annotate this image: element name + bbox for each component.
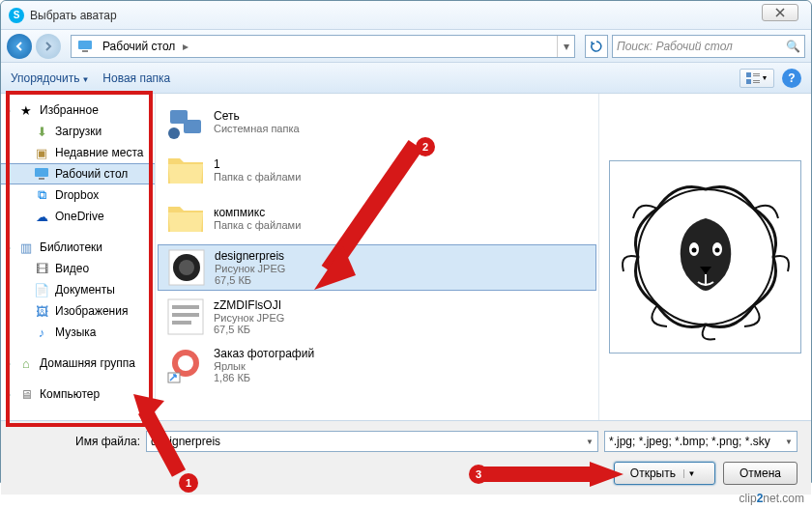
- file-item-designerpreis[interactable]: designerpreisРисунок JPEG67,5 КБ: [158, 244, 596, 291]
- svg-rect-3: [753, 73, 760, 74]
- preview-image: [609, 160, 801, 353]
- arrow-left-icon: [14, 41, 25, 52]
- filetype-filter[interactable]: *.jpg; *.jpeg; *.bmp; *.png; *.sky▼: [604, 431, 798, 452]
- svg-rect-9: [39, 178, 44, 180]
- sidebar-recent[interactable]: ▣Недавние места: [1, 142, 155, 163]
- window-close-button[interactable]: [762, 4, 798, 21]
- list-view-icon: [746, 72, 760, 84]
- onedrive-icon: ☁: [34, 209, 49, 224]
- file-item-folder-kompmix[interactable]: компмиксПапка с файлами: [158, 196, 596, 240]
- svg-rect-17: [172, 305, 199, 309]
- sidebar: ▸★Избранное ⬇Загрузки ▣Недавние места Ра…: [1, 94, 156, 420]
- svg-rect-1: [82, 50, 88, 52]
- file-item-photo-order[interactable]: Заказ фотографийЯрлык1,86 КБ: [158, 343, 596, 387]
- window-title: Выбрать аватар: [30, 9, 117, 22]
- sidebar-computer[interactable]: ▸🖥Компьютер: [1, 383, 155, 405]
- organize-menu[interactable]: Упорядочить▼: [11, 71, 89, 85]
- svg-rect-2: [746, 72, 751, 77]
- download-icon: ⬇: [34, 124, 49, 139]
- svg-rect-6: [753, 80, 760, 81]
- svg-rect-11: [184, 120, 201, 133]
- recent-icon: ▣: [34, 145, 49, 160]
- back-button[interactable]: [7, 34, 32, 59]
- open-split-dropdown[interactable]: ▼: [683, 469, 699, 478]
- svg-rect-8: [35, 168, 48, 177]
- search-icon: 🔍: [786, 40, 800, 53]
- toolbar: Упорядочить▼ Новая папка ▼ ?: [1, 63, 811, 94]
- breadcrumb-location[interactable]: Рабочий стол: [99, 40, 179, 53]
- annotation-number-3: 3: [469, 465, 488, 484]
- file-item-zzmdiflsoji[interactable]: zZMDIFlsOJIРисунок JPEG67,5 КБ: [158, 295, 596, 339]
- svg-point-27: [714, 248, 719, 253]
- computer-icon: 🖥: [18, 386, 34, 402]
- shortcut-icon: [165, 345, 206, 385]
- jpeg-thumb-icon: [166, 247, 207, 288]
- desktop-icon: [34, 166, 49, 182]
- sidebar-favorites[interactable]: ▸★Избранное: [1, 99, 155, 121]
- view-switcher[interactable]: ▼: [740, 69, 774, 88]
- sidebar-documents[interactable]: 📄Документы: [1, 279, 155, 300]
- network-icon: [165, 101, 206, 142]
- desktop-icon: [75, 37, 95, 56]
- svg-rect-19: [172, 321, 191, 325]
- svg-point-15: [179, 260, 194, 275]
- svg-point-21: [178, 355, 193, 371]
- sidebar-onedrive[interactable]: ☁OneDrive: [1, 206, 155, 227]
- refresh-button[interactable]: [585, 35, 608, 58]
- sidebar-music[interactable]: ♪Музыка: [1, 322, 155, 343]
- navigation-bar: Рабочий стол ▸ ▾ Поиск: Рабочий стол 🔍: [1, 30, 811, 63]
- new-folder-button[interactable]: Новая папка: [102, 71, 170, 85]
- arrow-right-icon: [43, 41, 54, 52]
- forward-button[interactable]: [36, 34, 61, 59]
- svg-rect-18: [172, 313, 199, 317]
- help-button[interactable]: ?: [782, 69, 801, 88]
- music-icon: ♪: [34, 325, 49, 340]
- sidebar-desktop[interactable]: Рабочий стол: [1, 163, 155, 184]
- file-list: СетьСистемная папка 1Папка с файлами ком…: [156, 94, 598, 420]
- video-icon: 🎞: [34, 261, 49, 276]
- sidebar-video[interactable]: 🎞Видео: [1, 258, 155, 279]
- sidebar-downloads[interactable]: ⬇Загрузки: [1, 121, 155, 142]
- annotation-number-1: 1: [179, 473, 198, 493]
- filename-label: Имя файла:: [14, 435, 140, 448]
- homegroup-icon: ⌂: [18, 355, 34, 371]
- filename-input[interactable]: designerpreis▼: [146, 431, 598, 452]
- titlebar: S Выбрать аватар: [1, 1, 811, 30]
- sidebar-libraries[interactable]: ▸▥Библиотеки: [1, 237, 155, 258]
- close-icon: [775, 8, 785, 17]
- preview-pane: [598, 94, 811, 420]
- lion-preview-icon: [614, 165, 798, 349]
- jpeg-thumb-icon: [165, 297, 206, 337]
- file-item-network[interactable]: СетьСистемная папка: [158, 99, 596, 144]
- svg-point-12: [168, 127, 180, 139]
- svg-rect-4: [753, 75, 760, 76]
- library-icon: ▥: [18, 240, 34, 255]
- file-item-folder-1[interactable]: 1Папка с файлами: [158, 148, 596, 192]
- document-icon: 📄: [34, 282, 49, 297]
- bottom-panel: Имя файла: designerpreis▼ *.jpg; *.jpeg;…: [1, 420, 811, 495]
- cancel-button[interactable]: Отмена: [723, 462, 798, 485]
- sidebar-dropbox[interactable]: ⧉Dropbox: [1, 184, 155, 206]
- watermark: clip2net.com: [740, 491, 804, 505]
- svg-point-26: [691, 248, 696, 253]
- folder-icon: [165, 198, 206, 239]
- search-placeholder: Поиск: Рабочий стол: [617, 40, 733, 53]
- annotation-number-2: 2: [416, 137, 435, 156]
- breadcrumb-dropdown[interactable]: ▾: [557, 36, 574, 57]
- open-button[interactable]: Открыть▼: [614, 462, 715, 485]
- skype-icon: S: [9, 8, 24, 23]
- chevron-right-icon[interactable]: ▸: [179, 40, 192, 53]
- folder-icon: [165, 150, 206, 190]
- star-icon: ★: [18, 102, 34, 118]
- image-icon: 🖼: [34, 303, 49, 319]
- sidebar-images[interactable]: 🖼Изображения: [1, 300, 155, 322]
- breadcrumb[interactable]: Рабочий стол ▸ ▾: [71, 35, 575, 58]
- dropbox-icon: ⧉: [34, 187, 49, 203]
- svg-rect-7: [753, 82, 760, 83]
- sidebar-homegroup[interactable]: ▸⌂Домашняя группа: [1, 353, 155, 374]
- svg-rect-5: [746, 79, 751, 84]
- search-input[interactable]: Поиск: Рабочий стол 🔍: [612, 35, 805, 58]
- svg-rect-0: [78, 41, 92, 49]
- refresh-icon: [590, 40, 603, 53]
